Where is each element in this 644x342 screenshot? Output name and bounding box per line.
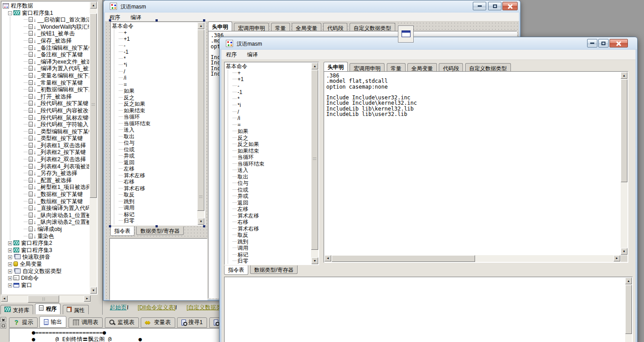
minimize-button[interactable] <box>587 39 597 47</box>
code-tab[interactable]: 自定义数据类型 <box>350 23 395 31</box>
maximize-button[interactable] <box>488 2 501 10</box>
event-item[interactable]: _数据框_按下某键 <box>24 191 89 198</box>
command-item[interactable]: +1 <box>233 76 311 83</box>
command-item[interactable]: 当循环 <box>233 154 311 161</box>
event-item[interactable]: _备注框_按下某键 <box>24 51 89 59</box>
close-button[interactable] <box>502 2 518 10</box>
menu-compile[interactable]: 编译 <box>242 50 262 60</box>
tree-root[interactable]: 程序数据 <box>3 3 89 10</box>
command-item[interactable]: 子程序 <box>119 224 197 225</box>
command-item[interactable]: 调用 <box>233 245 311 252</box>
event-item[interactable]: 重染色 <box>24 233 89 240</box>
panel-tab[interactable]: 属性 <box>63 305 89 314</box>
command-item[interactable]: 调用 <box>119 205 197 211</box>
expand-box-icon[interactable]: + <box>8 262 12 266</box>
scroll-left-icon[interactable] <box>1 295 8 302</box>
event-item[interactable]: _编译为置入代码_被选择 <box>24 65 89 73</box>
command-item[interactable]: * <box>233 96 311 103</box>
tree-node[interactable]: +窗口程序集3 <box>3 247 89 254</box>
collapse-box-icon[interactable]: - <box>8 11 12 15</box>
expand-box-icon[interactable]: + <box>8 276 12 280</box>
event-item[interactable]: _段代码框_字符输入 <box>24 121 89 128</box>
event-item[interactable]: _直接编译为置入代码原m <box>24 205 89 212</box>
event-item[interactable]: _打开_被选择 <box>24 94 89 101</box>
back-list-vscrollbar[interactable] <box>197 22 204 225</box>
tree-node[interactable]: +窗口程序集2 <box>3 240 89 247</box>
event-item[interactable]: _列表框1_双击选择 <box>24 142 89 150</box>
command-item[interactable]: -1 <box>119 49 197 56</box>
event-item[interactable]: _备注编辑框_按下某键 <box>24 45 89 52</box>
command-item[interactable]: 返回 <box>233 200 311 206</box>
event-item[interactable]: _树型框1_项目被选择 <box>24 184 89 191</box>
scroll-thumb[interactable] <box>197 30 204 211</box>
code-tab[interactable]: 全局变量 <box>292 23 321 31</box>
command-item[interactable]: 返回 <box>119 159 197 166</box>
list-tab[interactable]: 数据类型/寄存器 <box>250 265 297 274</box>
code-tab[interactable]: 头申明 <box>208 21 232 31</box>
event-item[interactable]: _数组框_按下某键 <box>24 198 89 205</box>
panel-restore-button[interactable] <box>0 323 6 329</box>
command-item[interactable]: 反之 <box>119 94 197 101</box>
command-item[interactable]: /i <box>233 115 311 122</box>
event-item[interactable]: _类型框_按下某键 <box>24 135 89 142</box>
command-item[interactable]: *i <box>119 62 197 68</box>
command-item[interactable]: 右移 <box>119 179 197 185</box>
event-item[interactable]: _类型编辑框_按下某键 <box>24 128 89 136</box>
command-item[interactable]: +1 <box>119 36 197 43</box>
front-output-edit[interactable] <box>224 277 633 342</box>
event-item[interactable]: _配置_被选择 <box>24 177 89 184</box>
scroll-up-icon[interactable] <box>311 63 318 69</box>
code-vscrollbar[interactable] <box>621 72 627 255</box>
workspace-tab[interactable]: 起始页 <box>106 303 132 313</box>
tree-node[interactable]: +全局变量 <box>3 261 89 268</box>
scroll-up-icon[interactable] <box>621 72 627 79</box>
event-item[interactable]: _纵向滚动条2_位置被改变 <box>24 219 89 226</box>
event-item[interactable]: _纵向滚动条1_位置被改变 <box>24 212 89 219</box>
scroll-up-icon[interactable] <box>90 2 97 9</box>
command-item[interactable]: 反之如果 <box>233 141 311 148</box>
command-item[interactable]: 位与 <box>119 140 197 146</box>
tree-node[interactable]: +窗口 <box>3 282 89 289</box>
command-item[interactable]: 左移 <box>119 166 197 172</box>
code-tab[interactable]: 代码段 <box>323 23 347 31</box>
command-root[interactable]: 基本命令 <box>226 63 311 70</box>
project-tree-vscrollbar[interactable] <box>90 2 97 294</box>
command-item[interactable]: = <box>233 122 311 128</box>
event-item[interactable]: _常量框_按下某键 <box>24 80 89 87</box>
list-tab[interactable]: 指令表 <box>110 227 134 236</box>
command-item[interactable]: + <box>233 70 311 77</box>
command-item[interactable]: 算术右移 <box>233 226 311 232</box>
bottom-tab[interactable]: 变量表 <box>141 317 175 328</box>
command-item[interactable]: - <box>119 43 197 49</box>
event-item[interactable]: _保存_被选择 <box>24 38 89 45</box>
command-item[interactable]: 标记 <box>233 252 311 258</box>
command-item[interactable]: /i <box>119 75 197 81</box>
front-window[interactable]: 汉语masm 程序 编译 基本命令 + +1 <box>219 37 638 342</box>
command-item[interactable]: 跳到 <box>233 239 311 245</box>
event-item[interactable]: _初数据编辑框_按下某键 <box>24 86 89 94</box>
menu-compile[interactable]: 编译 <box>126 13 146 22</box>
event-item[interactable]: _列表框2_双击选择 <box>24 156 89 163</box>
menu-program[interactable]: 程序 <box>221 50 241 60</box>
code-tab[interactable]: 头申明 <box>324 62 348 71</box>
event-item[interactable]: _WonderWall内联汇编支持 <box>24 24 89 31</box>
command-root[interactable]: 基本命令 <box>112 23 197 30</box>
selection-handle[interactable] <box>156 19 158 21</box>
command-item[interactable]: = <box>119 81 197 88</box>
bottom-tab[interactable]: 调用表 <box>69 317 103 328</box>
command-item[interactable]: -1 <box>233 89 311 96</box>
command-item[interactable]: / <box>233 109 311 115</box>
window-tool-button[interactable] <box>398 26 414 43</box>
command-item[interactable]: *i <box>233 102 311 109</box>
bottom-tab[interactable]: 输出 <box>39 316 66 328</box>
selection-handle[interactable] <box>203 225 205 227</box>
command-item[interactable]: 如果结束 <box>233 148 311 154</box>
bottom-tab[interactable]: 监视表 <box>105 317 139 328</box>
bottom-tab[interactable]: 提示 <box>9 317 38 328</box>
scroll-thumb[interactable] <box>90 13 97 198</box>
list-tab[interactable]: 数据类型/寄存器 <box>136 227 183 235</box>
command-item[interactable]: 位与 <box>233 180 311 187</box>
command-item[interactable]: 归零 <box>119 218 197 224</box>
tree-node[interactable]: +Dll命令 <box>3 275 89 282</box>
output-area[interactable]: ●====================● ● @ E剑终情〓飘云阁 @ ● <box>9 328 221 342</box>
